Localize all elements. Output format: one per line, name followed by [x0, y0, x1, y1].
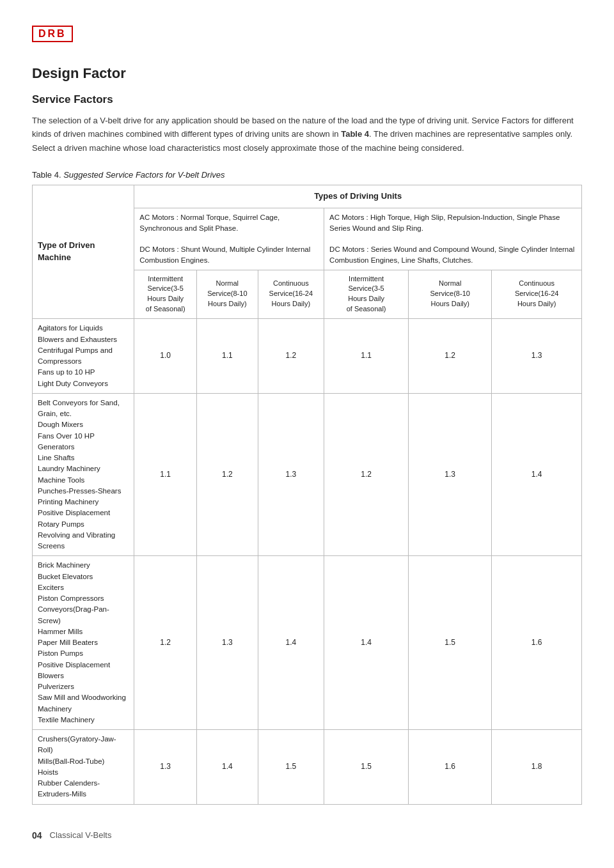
intro-table-ref: Table 4: [341, 129, 369, 139]
value-cell-0-4: 1.2: [409, 319, 492, 394]
machine-cell: Crushers(Gyratory-Jaw-Roll)Mills(Ball-Ro…: [33, 730, 134, 805]
value-cell-1-1: 1.2: [197, 393, 258, 556]
value-cell-3-2: 1.5: [258, 730, 324, 805]
value-cell-2-5: 1.6: [492, 556, 582, 730]
footer-number: 04: [32, 830, 42, 841]
table-caption-prefix: Table 4.: [32, 170, 61, 180]
machine-cell: Agitators for LiquidsBlowers and Exhaust…: [33, 319, 134, 394]
service-col-2: ContinuousService(16-24Hours Daily): [258, 270, 324, 319]
table-caption: Table 4. Suggested Service Factors for V…: [32, 170, 582, 180]
service-col-0: IntermittentService(3-5Hours Dailyof Sea…: [134, 270, 197, 319]
col-right-top: AC Motors : High Torque, High Slip, Repu…: [324, 208, 582, 270]
types-of-driving-units-header: Types of Driving Units: [134, 185, 582, 208]
value-cell-3-4: 1.6: [409, 730, 492, 805]
table-row: Belt Conveyors for Sand, Grain, etc.Doug…: [33, 393, 582, 556]
value-cell-3-5: 1.8: [492, 730, 582, 805]
value-cell-1-4: 1.3: [409, 393, 492, 556]
footer-label: Classical V-Belts: [50, 830, 112, 840]
value-cell-2-0: 1.2: [134, 556, 197, 730]
table-row: Crushers(Gyratory-Jaw-Roll)Mills(Ball-Ro…: [33, 730, 582, 805]
machine-cell: Brick MachineryBucket ElevatorsExcitersP…: [33, 556, 134, 730]
value-cell-0-5: 1.3: [492, 319, 582, 394]
service-factors-table: Type of Driven Machine Types of Driving …: [32, 185, 582, 804]
value-cell-3-1: 1.4: [197, 730, 258, 805]
value-cell-3-3: 1.5: [324, 730, 409, 805]
value-cell-0-0: 1.0: [134, 319, 197, 394]
page-title: Design Factor: [32, 65, 582, 82]
value-cell-1-2: 1.3: [258, 393, 324, 556]
value-cell-0-3: 1.1: [324, 319, 409, 394]
machine-cell: Belt Conveyors for Sand, Grain, etc.Doug…: [33, 393, 134, 556]
logo: DRB: [32, 26, 73, 42]
value-cell-1-5: 1.4: [492, 393, 582, 556]
table-row: Agitators for LiquidsBlowers and Exhaust…: [33, 319, 582, 394]
value-cell-2-3: 1.4: [324, 556, 409, 730]
section-title: Service Factors: [32, 93, 582, 106]
table-row: Brick MachineryBucket ElevatorsExcitersP…: [33, 556, 582, 730]
value-cell-0-2: 1.2: [258, 319, 324, 394]
value-cell-0-1: 1.1: [197, 319, 258, 394]
service-col-4: NormalService(8-10Hours Daily): [409, 270, 492, 319]
value-cell-1-3: 1.2: [324, 393, 409, 556]
col-left-top: AC Motors : Normal Torque, Squirrel Cage…: [134, 208, 324, 270]
footer: 04 Classical V-Belts: [32, 830, 582, 841]
intro-paragraph: The selection of a V-belt drive for any …: [32, 114, 582, 155]
value-cell-2-4: 1.5: [409, 556, 492, 730]
service-col-5: ContinuousService(16-24Hours Daily): [492, 270, 582, 319]
value-cell-1-0: 1.1: [134, 393, 197, 556]
service-col-1: NormalService(8-10Hours Daily): [197, 270, 258, 319]
service-col-3: IntermittentService(3-5Hours Dailyof Sea…: [324, 270, 409, 319]
value-cell-2-2: 1.4: [258, 556, 324, 730]
table-caption-italic: Suggested Service Factors for V-belt Dri…: [63, 170, 224, 180]
value-cell-3-0: 1.3: [134, 730, 197, 805]
value-cell-2-1: 1.3: [197, 556, 258, 730]
type-of-driven-machine-header: Type of Driven Machine: [33, 185, 134, 319]
